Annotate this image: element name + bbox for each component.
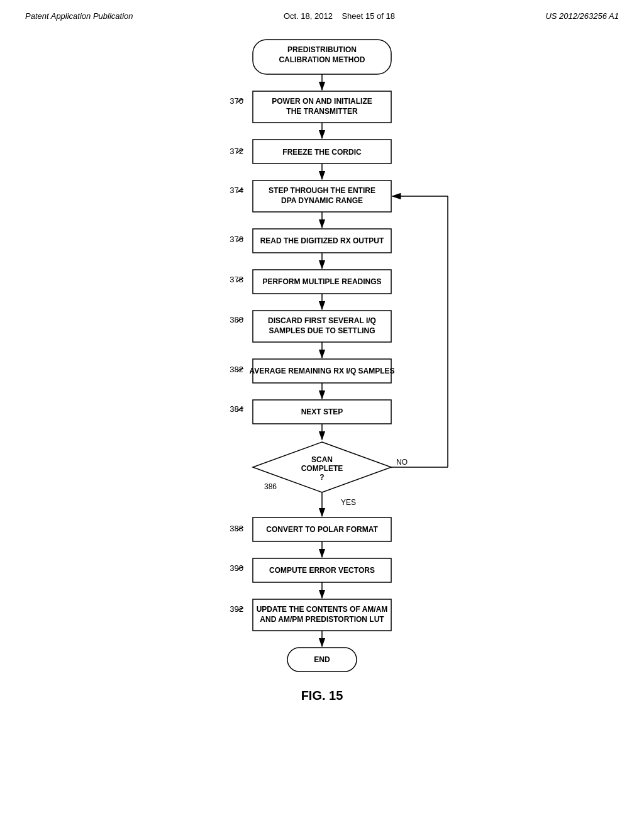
svg-text:390: 390: [230, 563, 243, 573]
svg-text:PERFORM MULTIPLE READINGS: PERFORM MULTIPLE READINGS: [262, 277, 381, 286]
svg-text:CALIBRATION METHOD: CALIBRATION METHOD: [279, 55, 365, 64]
svg-text:376: 376: [230, 235, 243, 244]
svg-text:DPA DYNAMIC RANGE: DPA DYNAMIC RANGE: [281, 196, 363, 205]
svg-text:372: 372: [230, 147, 243, 156]
svg-text:SAMPLES DUE TO SETTLING: SAMPLES DUE TO SETTLING: [269, 326, 375, 335]
svg-text:COMPLETE: COMPLETE: [301, 464, 343, 473]
header-left: Patent Application Publication: [25, 11, 133, 21]
svg-text:COMPUTE ERROR VECTORS: COMPUTE ERROR VECTORS: [269, 566, 375, 575]
svg-text:370: 370: [230, 96, 243, 106]
svg-text:NO: NO: [396, 458, 408, 467]
svg-text:NEXT STEP: NEXT STEP: [301, 407, 343, 416]
svg-text:YES: YES: [341, 498, 356, 507]
diagram-container: PREDISTRIBUTION CALIBRATION METHOD 370 P…: [0, 27, 644, 782]
svg-text:388: 388: [230, 524, 243, 533]
svg-text:READ THE DIGITIZED RX OUTPUT: READ THE DIGITIZED RX OUTPUT: [260, 236, 384, 245]
svg-text:STEP THROUGH THE ENTIRE: STEP THROUGH THE ENTIRE: [269, 186, 375, 195]
svg-text:384: 384: [230, 404, 243, 414]
svg-text:SCAN: SCAN: [311, 455, 333, 464]
page-header: Patent Application Publication Oct. 18, …: [0, 0, 644, 27]
svg-text:374: 374: [230, 185, 243, 195]
svg-text:DISCARD FIRST SEVERAL I/Q: DISCARD FIRST SEVERAL I/Q: [268, 316, 376, 325]
svg-text:UPDATE THE CONTENTS OF AM/AM: UPDATE THE CONTENTS OF AM/AM: [257, 605, 388, 614]
svg-text:?: ?: [319, 473, 324, 482]
svg-text:380: 380: [230, 315, 243, 324]
svg-text:CONVERT TO POLAR FORMAT: CONVERT TO POLAR FORMAT: [266, 525, 378, 534]
svg-text:FREEZE THE CORDIC: FREEZE THE CORDIC: [282, 148, 362, 157]
svg-text:386: 386: [264, 482, 277, 491]
svg-text:THE TRANSMITTER: THE TRANSMITTER: [286, 107, 358, 116]
svg-text:AND AM/PM PREDISTORTION LUT: AND AM/PM PREDISTORTION LUT: [260, 615, 384, 624]
header-right: US 2012/263256 A1: [545, 11, 619, 21]
svg-text:END: END: [314, 655, 330, 664]
svg-text:PREDISTRIBUTION: PREDISTRIBUTION: [287, 45, 357, 54]
flowchart-svg: PREDISTRIBUTION CALIBRATION METHOD 370 P…: [102, 27, 542, 769]
svg-text:392: 392: [230, 604, 243, 614]
svg-text:382: 382: [230, 365, 243, 374]
svg-text:POWER ON AND INITIALIZE: POWER ON AND INITIALIZE: [272, 97, 372, 106]
svg-text:AVERAGE REMAINING RX I/Q SAMPL: AVERAGE REMAINING RX I/Q SAMPLES: [249, 367, 394, 375]
header-center: Oct. 18, 2012 Sheet 15 of 18: [284, 11, 395, 21]
svg-text:378: 378: [230, 275, 243, 284]
svg-text:FIG. 15: FIG. 15: [301, 689, 343, 702]
